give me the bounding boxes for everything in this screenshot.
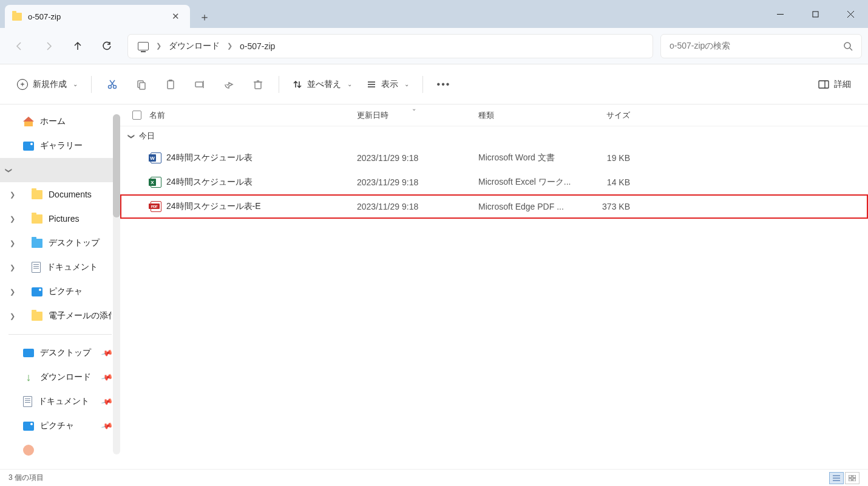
titlebar: o-507-zip ✕ ＋ <box>0 0 868 28</box>
chevron-down-icon: ❯ <box>127 134 135 139</box>
separator <box>8 334 112 335</box>
breadcrumb-label: ダウンロード <box>169 41 220 52</box>
file-type: Microsoft Word 文書 <box>478 152 581 163</box>
sidebar-item-label: ピクチャ <box>49 286 83 297</box>
sidebar-item-document[interactable]: ❯ドキュメント <box>0 255 120 279</box>
file-row-highlighted[interactable]: 24時間スケジュール表-E 2023/11/29 9:18 Microsoft … <box>120 194 868 219</box>
details-pane-button[interactable]: 詳細 <box>812 72 857 97</box>
sidebar-item-label: デスクトップ <box>49 238 100 248</box>
nav-back-button[interactable] <box>6 34 33 58</box>
sidebar-item-picture[interactable]: ❯ピクチャ <box>0 279 120 304</box>
separator <box>422 76 423 93</box>
svg-rect-29 <box>849 479 852 481</box>
new-label: 新規作成 <box>33 79 67 90</box>
cut-button[interactable] <box>99 72 126 97</box>
column-header-date[interactable]: ⌄更新日時 <box>357 110 478 121</box>
sidebar-quick-desktop[interactable]: デスクトップ📌 <box>0 341 120 365</box>
sidebar-item-gallery[interactable]: ギャラリー <box>0 134 120 158</box>
sidebar-quick-picture[interactable]: ピクチャ📌 <box>0 414 120 438</box>
download-icon: ↓ <box>23 373 34 382</box>
sidebar-item-label: ドキュメント <box>47 262 98 273</box>
search-placeholder: o-507-zipの検索 <box>670 41 843 52</box>
chevron-right-icon[interactable]: ❯ <box>10 191 15 199</box>
window-minimize-button[interactable] <box>762 0 798 28</box>
pin-icon: 📌 <box>100 371 113 384</box>
more-button[interactable]: ••• <box>430 72 457 97</box>
file-size: 373 KB <box>581 202 648 211</box>
chevron-right-icon[interactable]: ❯ <box>10 264 15 272</box>
chevron-right-icon[interactable]: ❯ <box>10 239 15 247</box>
excel-file-icon <box>151 177 161 188</box>
sidebar-item-email[interactable]: ❯電子メールの添付 <box>0 304 120 328</box>
sidebar-item-home[interactable]: ホーム <box>0 109 120 134</box>
chevron-down-icon: ⌄ <box>404 81 409 87</box>
music-icon <box>23 445 34 456</box>
view-label: 表示 <box>381 79 398 90</box>
chevron-right-icon[interactable]: ❯ <box>154 42 164 50</box>
chevron-right-icon[interactable]: ❯ <box>10 288 15 296</box>
breadcrumb-seg-folder[interactable]: o-507-zip <box>235 35 280 58</box>
svg-line-5 <box>850 48 852 50</box>
tab-title: o-507-zip <box>28 12 162 21</box>
window-close-button[interactable] <box>833 0 868 28</box>
address-path[interactable]: ❯ ダウンロード ❯ o-507-zip <box>127 34 653 58</box>
pc-icon <box>138 42 149 50</box>
sidebar-item-pictures[interactable]: ❯Pictures <box>0 207 120 231</box>
group-label: 今日 <box>139 131 155 142</box>
file-date: 2023/11/29 9:18 <box>357 177 478 187</box>
folder-icon <box>32 239 42 248</box>
svg-rect-16 <box>255 82 261 89</box>
sidebar-quick-document[interactable]: ドキュメント📌 <box>0 389 120 414</box>
sidebar-item-label: ピクチャ <box>40 420 74 431</box>
view-button[interactable]: 表示 ⌄ <box>361 72 415 97</box>
column-header-name[interactable]: 名前 <box>144 110 357 121</box>
sidebar-scrollbar-thumb[interactable] <box>113 114 120 217</box>
tab-add-button[interactable]: ＋ <box>194 6 215 28</box>
breadcrumb-seg-downloads[interactable]: ダウンロード <box>164 35 225 58</box>
rename-button[interactable] <box>186 72 213 97</box>
paste-button[interactable] <box>157 72 184 97</box>
sidebar-item-label: ダウンロード <box>40 372 91 383</box>
nav-refresh-button[interactable] <box>93 34 120 58</box>
nav-up-button[interactable] <box>64 34 91 58</box>
file-type: Microsoft Excel ワーク... <box>478 177 581 188</box>
chevron-right-icon[interactable]: ❯ <box>10 215 15 223</box>
svg-point-6 <box>109 85 112 88</box>
chevron-right-icon[interactable]: ❯ <box>225 42 235 50</box>
view-mode-toggle <box>829 472 860 484</box>
plus-circle-icon: + <box>17 79 28 90</box>
chevron-right-icon[interactable]: ❯ <box>10 312 15 320</box>
new-button[interactable]: + 新規作成 ⌄ <box>11 72 84 97</box>
view-thumbnails-button[interactable] <box>845 472 860 484</box>
pin-icon: 📌 <box>100 395 113 408</box>
sidebar-quick-download[interactable]: ↓ダウンロード📌 <box>0 365 120 389</box>
search-input[interactable]: o-507-zipの検索 <box>660 34 862 58</box>
share-button[interactable] <box>215 72 242 97</box>
group-header-today[interactable]: ❯今日 <box>120 126 868 146</box>
sort-button[interactable]: 並べ替え ⌄ <box>287 72 358 97</box>
select-all-checkbox[interactable] <box>120 111 144 120</box>
sidebar-item-selected[interactable]: ❯ <box>0 158 120 182</box>
column-header-type[interactable]: 種類 <box>478 110 581 121</box>
file-row[interactable]: 24時間スケジュール表 2023/11/29 9:18 Microsoft Wo… <box>120 146 868 170</box>
sidebar-item-documents[interactable]: ❯Documents <box>0 182 120 207</box>
status-bar: 3 個の項目 <box>0 469 868 486</box>
sidebar-item-desktop[interactable]: ❯デスクトップ <box>0 231 120 255</box>
picture-icon <box>23 422 34 431</box>
svg-point-7 <box>114 85 117 88</box>
file-row[interactable]: 24時間スケジュール表 2023/11/29 9:18 Microsoft Ex… <box>120 170 868 194</box>
column-header-size[interactable]: サイズ <box>581 110 648 121</box>
copy-button[interactable] <box>128 72 155 97</box>
tab-current[interactable]: o-507-zip ✕ <box>5 5 190 28</box>
breadcrumb-root[interactable] <box>133 35 154 58</box>
nav-forward-button[interactable] <box>35 34 62 58</box>
window-maximize-button[interactable] <box>798 0 833 28</box>
window-controls <box>762 0 868 28</box>
pin-icon: 📌 <box>100 347 113 360</box>
tab-close-button[interactable]: ✕ <box>168 9 183 24</box>
delete-button[interactable] <box>245 72 271 97</box>
svg-rect-11 <box>140 83 145 89</box>
home-icon <box>23 117 34 126</box>
sidebar-quick-music[interactable] <box>0 438 120 462</box>
view-details-button[interactable] <box>829 472 844 484</box>
